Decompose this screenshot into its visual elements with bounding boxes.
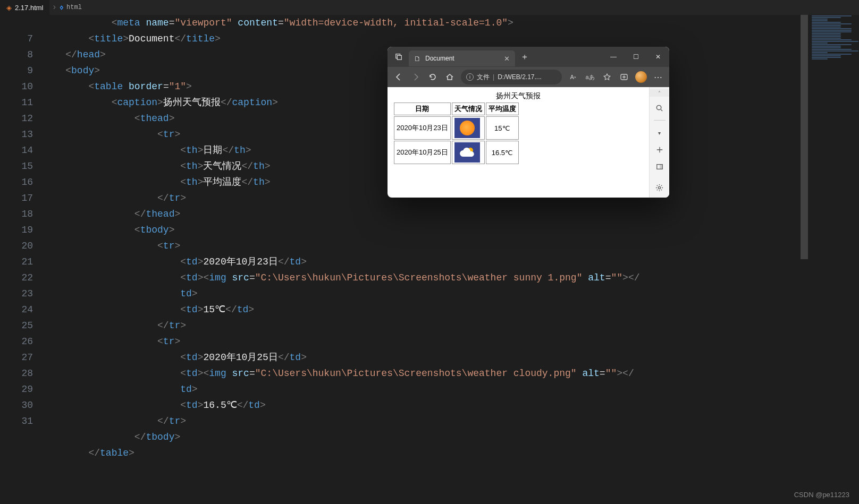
line-number: 31 <box>0 413 43 429</box>
page-icon: 🗋 <box>414 55 421 63</box>
col-weather: 天气情况 <box>452 102 485 115</box>
close-window-button[interactable]: ✕ <box>647 47 669 67</box>
line-number-gutter: 7891011121314151617181920212223242526272… <box>0 15 43 504</box>
svg-rect-1 <box>397 55 401 59</box>
line-number: 29 <box>0 381 43 397</box>
menu-button[interactable]: ⋯ <box>650 69 666 85</box>
cell-weather-icon <box>452 141 485 164</box>
close-tab-icon[interactable]: ✕ <box>504 55 510 63</box>
cell-temp: 16.5℃ <box>486 141 519 164</box>
line-number: 17 <box>0 190 43 206</box>
line-number: 21 <box>0 254 43 270</box>
favorites-button[interactable] <box>599 69 615 85</box>
browser-toolbar: i 文件 | D:/WEB/2.17.... A» aあ ⋯ <box>388 67 669 87</box>
cell-date: 2020年10月25日 <box>394 141 451 164</box>
table-row: 2020年10月23日 15℃ <box>394 116 519 140</box>
url-text: D:/WEB/2.17.... <box>498 73 542 81</box>
sun-icon <box>460 121 475 135</box>
element-icon: ⬨ <box>59 3 64 12</box>
line-number: 22 <box>0 270 43 286</box>
line-number: 8 <box>0 47 43 63</box>
editor-tab[interactable]: ◈ 2.17.html <box>0 0 49 15</box>
chevron-down-icon[interactable]: ▾ <box>654 127 666 139</box>
weather-table: 日期 天气情况 平均温度 2020年10月23日 15℃ 2020年10月25日 <box>393 101 520 165</box>
read-aloud-button[interactable]: A» <box>565 69 581 85</box>
line-number: 11 <box>0 95 43 110</box>
browser-tab-title: Document <box>425 55 454 62</box>
site-info-icon[interactable]: i <box>466 73 474 81</box>
line-number: 18 <box>0 206 43 222</box>
new-tab-button[interactable]: ＋ <box>517 49 532 64</box>
refresh-button[interactable] <box>425 69 441 85</box>
line-number <box>0 15 43 31</box>
scroll-up-icon[interactable]: ˄ <box>650 89 669 97</box>
cell-weather-icon <box>452 116 485 140</box>
svg-rect-6 <box>660 165 662 169</box>
line-number: 12 <box>0 110 43 126</box>
plus-icon[interactable] <box>654 144 666 156</box>
watermark-text: CSDN @pe11223 <box>794 491 849 499</box>
tab-filename: 2.17.html <box>15 4 43 12</box>
browser-tab[interactable]: 🗋 Document ✕ <box>409 50 515 66</box>
line-number: 16 <box>0 174 43 190</box>
svg-point-7 <box>658 186 660 189</box>
browser-window: 🗋 Document ✕ ＋ ― ☐ ✕ i 文件 | D:/WEB/2.17.… <box>388 47 669 198</box>
breadcrumb-item[interactable]: ⬨ html <box>59 3 82 12</box>
line-number: 7 <box>0 31 43 47</box>
editor-tab-bar: ◈ 2.17.html › ⬨ html <box>0 0 859 15</box>
browser-titlebar[interactable]: 🗋 Document ✕ ＋ ― ☐ ✕ <box>388 47 669 67</box>
browser-viewport: 扬州天气预报 日期 天气情况 平均温度 2020年10月23日 15℃ 2020… <box>388 87 669 198</box>
url-file-label: 文件 <box>477 73 490 82</box>
collections-button[interactable] <box>616 69 632 85</box>
line-number: 28 <box>0 365 43 381</box>
line-number: 30 <box>0 397 43 413</box>
breadcrumb-separator-icon: › <box>49 3 59 12</box>
col-date: 日期 <box>394 102 451 115</box>
tab-actions-button[interactable] <box>391 49 407 65</box>
line-number: 26 <box>0 334 43 349</box>
maximize-button[interactable]: ☐ <box>625 47 647 67</box>
home-button[interactable] <box>442 69 458 85</box>
page-body: 扬州天气预报 日期 天气情况 平均温度 2020年10月23日 15℃ 2020… <box>388 87 649 198</box>
cloud-sun-icon <box>458 146 476 159</box>
html-file-icon: ◈ <box>6 4 12 12</box>
line-number: 14 <box>0 142 43 158</box>
line-number: 10 <box>0 79 43 95</box>
gear-icon[interactable] <box>654 182 666 193</box>
line-number: 20 <box>0 238 43 254</box>
line-number: 27 <box>0 349 43 365</box>
forward-button[interactable] <box>408 69 424 85</box>
col-temp: 平均温度 <box>486 102 519 115</box>
scrollbar-thumb[interactable] <box>801 15 808 259</box>
browser-sidebar: ˄ ▾ <box>649 87 669 198</box>
table-row: 2020年10月25日 16.5℃ <box>394 141 519 164</box>
line-number: 19 <box>0 222 43 238</box>
line-number: 23 <box>0 286 43 302</box>
line-number: 15 <box>0 158 43 174</box>
cell-temp: 15℃ <box>486 116 519 140</box>
line-number: 9 <box>0 63 43 79</box>
table-caption: 扬州天气预报 <box>393 91 644 101</box>
line-number: 13 <box>0 126 43 142</box>
line-number: 24 <box>0 302 43 318</box>
translate-button[interactable]: aあ <box>582 69 598 85</box>
profile-avatar[interactable] <box>635 71 647 83</box>
search-icon[interactable] <box>654 102 666 114</box>
minimize-button[interactable]: ― <box>602 47 625 67</box>
panel-icon[interactable] <box>654 161 666 173</box>
back-button[interactable] <box>391 69 407 85</box>
svg-point-4 <box>656 105 661 109</box>
editor-scrollbar[interactable] <box>801 15 808 504</box>
address-bar[interactable]: i 文件 | D:/WEB/2.17.... <box>461 70 562 84</box>
line-number: 25 <box>0 318 43 334</box>
cell-date: 2020年10月23日 <box>394 116 451 140</box>
